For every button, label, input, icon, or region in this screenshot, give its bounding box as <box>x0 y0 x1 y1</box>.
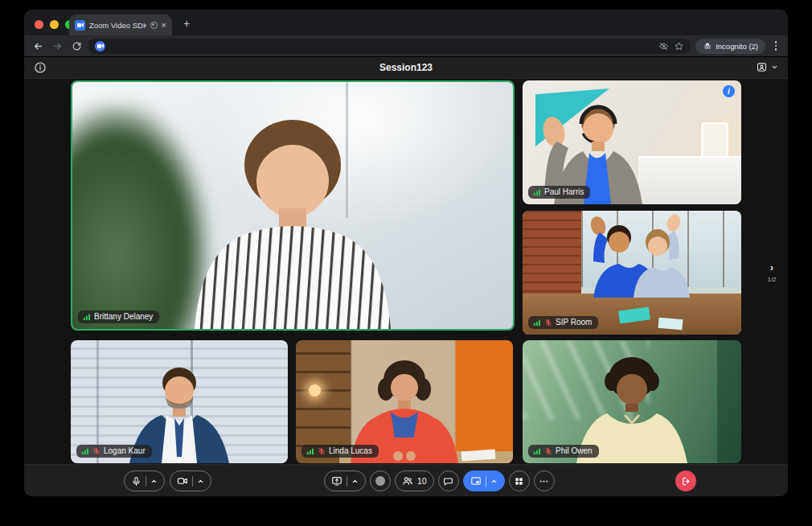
apps-button[interactable] <box>509 471 530 491</box>
zoom-favicon-icon <box>75 20 85 31</box>
video-tile-sip-room[interactable]: SIP Room <box>523 211 741 335</box>
signal-icon <box>83 313 91 321</box>
eye-off-icon[interactable] <box>658 41 669 51</box>
session-title: Session123 <box>24 62 788 73</box>
participants-count: 10 <box>417 476 427 486</box>
signal-icon <box>533 188 541 196</box>
signal-icon <box>81 447 89 455</box>
session-header: Session123 <box>24 57 788 79</box>
person-figure <box>132 104 453 329</box>
site-favicon-icon <box>95 41 105 51</box>
chevron-down-icon <box>771 64 778 71</box>
more-button[interactable] <box>534 471 555 491</box>
window-controls <box>35 20 74 29</box>
video-feed <box>72 82 513 329</box>
browser-toolbar: Incognito (2) <box>24 35 788 56</box>
video-tile-brittany-delaney[interactable]: Brittany Delaney <box>71 80 515 331</box>
participant-name: SIP Room <box>556 318 592 327</box>
close-window-button[interactable] <box>35 20 43 29</box>
page-indicator: 1/2 <box>761 276 782 283</box>
tab-media-indicator-icon <box>150 22 158 29</box>
mic-muted-icon <box>318 447 326 455</box>
back-icon[interactable] <box>31 39 45 53</box>
scene-shape <box>717 340 741 463</box>
signal-icon <box>533 318 541 327</box>
tab-close-button[interactable]: × <box>162 21 166 30</box>
mic-muted-icon <box>544 318 552 327</box>
signal-icon <box>533 447 541 455</box>
gallery-view-icon <box>756 61 768 73</box>
share-screen-button[interactable] <box>324 471 366 491</box>
leave-session-button[interactable] <box>675 471 696 491</box>
browser-tab[interactable]: Zoom Video SDK UI toolk × <box>69 14 172 35</box>
person-figure <box>552 213 720 298</box>
incognito-icon <box>703 41 712 51</box>
reload-icon[interactable] <box>69 39 84 53</box>
desktop-background: Zoom Video SDK UI toolk × + <box>0 0 812 526</box>
chevron-up-icon[interactable] <box>197 478 204 485</box>
scene-shape <box>658 318 683 331</box>
gallery-pager: › 1/2 <box>761 262 782 283</box>
info-badge[interactable]: i <box>723 85 735 97</box>
participant-name: Logan Kaur <box>104 447 146 455</box>
participants-button[interactable]: 10 <box>395 471 434 491</box>
video-gallery: Brittany Delaney <box>24 79 788 464</box>
microphone-icon <box>131 476 141 487</box>
participants-icon <box>402 475 413 487</box>
chat-icon <box>443 476 453 487</box>
participant-name-label: Brittany Delaney <box>78 310 159 323</box>
next-page-icon[interactable]: › <box>761 262 782 273</box>
tab-title: Zoom Video SDK UI toolk <box>89 21 146 30</box>
participant-name-label: Logan Kaur <box>76 445 152 458</box>
leave-icon <box>681 476 691 487</box>
browser-menu-icon[interactable] <box>770 41 781 51</box>
video-tile-logan-kaur[interactable]: Logan Kaur <box>71 340 288 463</box>
participant-name-label: SIP Room <box>528 316 598 329</box>
browser-tabstrip: Zoom Video SDK UI toolk × + <box>24 10 788 35</box>
view-button[interactable] <box>463 471 505 491</box>
address-bar[interactable] <box>88 39 691 54</box>
video-tile-paul-harris[interactable]: i Paul Harris <box>523 80 741 204</box>
signal-icon <box>306 447 314 455</box>
bookmark-star-icon[interactable] <box>674 41 684 51</box>
record-icon <box>375 476 385 486</box>
camera-button[interactable] <box>170 471 211 491</box>
microphone-button[interactable] <box>124 471 165 491</box>
participant-name: Linda Lucas <box>329 447 372 455</box>
browser-window: Zoom Video SDK UI toolk × + <box>24 10 788 496</box>
forward-icon[interactable] <box>50 39 64 53</box>
meeting-controls: 10 <box>24 464 788 496</box>
ellipsis-icon <box>539 476 549 487</box>
chat-button[interactable] <box>438 471 459 491</box>
chevron-up-icon[interactable] <box>150 478 158 485</box>
participant-name-label: Phil Owen <box>528 445 599 458</box>
participant-name: Paul Harris <box>544 188 584 196</box>
mic-muted-icon <box>92 447 100 455</box>
mic-muted-icon <box>544 447 552 455</box>
apps-grid-icon <box>514 476 524 487</box>
view-layout-icon <box>470 475 482 487</box>
video-tile-phil-owen[interactable]: Phil Owen <box>523 340 741 463</box>
participant-name: Brittany Delaney <box>94 313 153 321</box>
chevron-up-icon[interactable] <box>351 478 359 485</box>
new-tab-button[interactable]: + <box>178 16 195 32</box>
chevron-up-icon[interactable] <box>490 478 498 485</box>
participant-name-label: Paul Harris <box>528 186 590 199</box>
zoom-app: Session123 <box>24 56 788 496</box>
share-screen-icon <box>331 475 342 487</box>
participant-name: Phil Owen <box>556 447 593 455</box>
participant-name-label: Linda Lucas <box>301 445 379 458</box>
video-tile-linda-lucas[interactable]: Linda Lucas <box>296 340 513 463</box>
record-button[interactable] <box>370 471 391 491</box>
incognito-badge: Incognito (2) <box>695 39 765 54</box>
camera-icon <box>177 475 188 487</box>
session-info-icon[interactable] <box>34 61 47 74</box>
incognito-label: Incognito (2) <box>716 42 758 51</box>
minimize-window-button[interactable] <box>50 20 59 29</box>
scene-shape <box>701 122 728 159</box>
view-selector[interactable] <box>756 61 778 73</box>
